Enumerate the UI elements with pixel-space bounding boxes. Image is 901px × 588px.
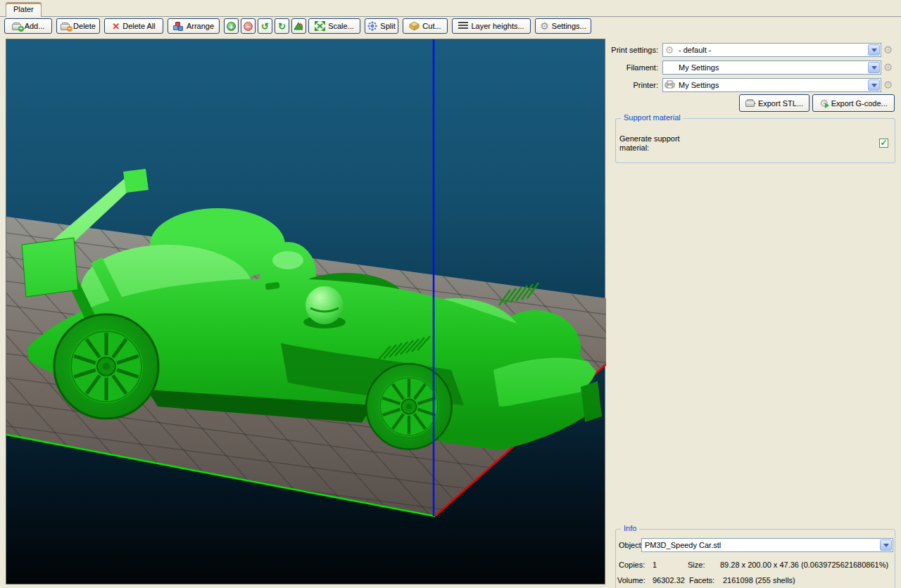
volume-value: 96302.32 [653, 576, 685, 584]
filament-value: My Settings [676, 63, 867, 72]
gear-icon: ⚙ [663, 45, 676, 55]
printer-gear-icon[interactable]: ⚙ [883, 79, 893, 91]
print-settings-combo[interactable]: ⚙ - default - [662, 43, 881, 57]
add-label: Add... [25, 22, 45, 30]
filament-combo[interactable]: My Settings [662, 60, 881, 75]
settings-label: Settings... [552, 22, 586, 30]
arrange-button[interactable]: Arrange [168, 18, 220, 34]
split-button[interactable]: Split [365, 18, 398, 34]
export-gcode-label: Export G-code... [831, 99, 888, 108]
delete-label: Delete [73, 22, 96, 30]
brick-minus-icon: − [61, 23, 70, 30]
rear-wheel [54, 314, 158, 418]
orientation-flag-icon [294, 21, 304, 31]
facets-label: Facets: [689, 576, 714, 584]
scale-label: Scale... [328, 22, 354, 30]
scale-button[interactable]: Scale... [308, 18, 360, 34]
arrange-label: Arrange [187, 22, 214, 30]
layer-heights-label: Layer heights... [471, 22, 524, 30]
support-material-title: Support material [621, 113, 683, 122]
decrease-copies-button[interactable]: − [241, 18, 256, 34]
export-gcode-button[interactable]: ⚙ Export G-code... [812, 94, 895, 112]
layer-heights-button[interactable]: Layer heights... [452, 18, 531, 34]
increase-copies-button[interactable]: + [224, 18, 239, 34]
split-dots-icon [367, 21, 377, 31]
filament-label: Filament: [603, 63, 658, 72]
printer-value: My Settings [676, 81, 867, 89]
scale-arrows-icon [315, 21, 325, 31]
support-material-group: Support material Generate support materi… [615, 118, 895, 163]
add-button[interactable]: + Add... [4, 18, 52, 34]
generate-support-checkbox[interactable]: ✓ [879, 139, 888, 148]
rotate-cw-button[interactable]: ↻ [275, 18, 289, 34]
info-title: Info [621, 524, 639, 532]
copies-label: Copies: [619, 561, 645, 569]
volume-label: Volume: [617, 576, 645, 584]
tab-plater-label: Plater [13, 5, 34, 13]
cut-button[interactable]: Cut... [403, 18, 448, 34]
size-label: Size: [688, 561, 705, 569]
plus-circle-icon: + [227, 22, 236, 31]
object-label: Object: [619, 541, 643, 549]
layers-icon [458, 22, 468, 30]
slic3r-plater-window: { "tab": { "label": "Plater" }, "toolbar… [0, 0, 901, 588]
object-combo[interactable]: PM3D_Speedy Car.stl [641, 538, 893, 552]
export-stl-label: Export STL... [758, 99, 803, 108]
copies-value: 1 [653, 561, 657, 569]
export-stl-button[interactable]: Export STL... [739, 94, 809, 112]
minus-circle-icon: − [244, 22, 253, 31]
print-settings-label: Print settings: [603, 46, 658, 54]
split-label: Split [380, 22, 395, 30]
print-settings-gear-icon[interactable]: ⚙ [883, 44, 893, 56]
delete-all-label: Delete All [122, 22, 155, 30]
cut-box-icon [409, 21, 420, 31]
export-stl-icon [745, 99, 755, 107]
red-x-icon: ✕ [112, 21, 120, 32]
print-settings-value: - default - [676, 46, 867, 54]
delete-all-button[interactable]: ✕ Delete All [104, 18, 163, 34]
change-orientation-button[interactable] [291, 18, 306, 34]
printer-label: Printer: [603, 81, 658, 89]
tab-strip: Plater [0, 0, 901, 17]
front-wheel [366, 364, 451, 449]
toolbar: + Add... − Delete ✕ Delete All Arrange +… [0, 18, 901, 36]
facets-value: 2161098 (255 shells) [723, 576, 795, 584]
size-value: 89.28 x 200.00 x 47.36 (0.06397256216808… [720, 561, 888, 569]
rotate-ccw-icon: ↺ [261, 22, 269, 31]
dropdown-arrow[interactable] [880, 539, 892, 551]
filament-gear-icon[interactable]: ⚙ [883, 61, 893, 74]
printer-combo[interactable]: My Settings [662, 78, 881, 92]
settings-button[interactable]: ⚙ Settings... [535, 18, 591, 34]
brick-plus-icon: + [12, 23, 22, 30]
dropdown-arrow[interactable] [868, 44, 880, 56]
printer-icon [663, 80, 676, 90]
cut-label: Cut... [422, 22, 441, 30]
delete-button[interactable]: − Delete [56, 18, 100, 34]
cubes-icon [173, 22, 184, 31]
info-group: Info Object: PM3D_Speedy Car.stl Copies:… [615, 529, 895, 588]
plater-scene [6, 39, 606, 585]
dropdown-arrow[interactable] [868, 62, 880, 73]
plater-3d-viewport[interactable] [6, 39, 605, 584]
tab-plater[interactable]: Plater [6, 2, 42, 17]
driver-helmet [305, 286, 344, 324]
rotate-ccw-button[interactable]: ↺ [258, 18, 272, 34]
rotate-cw-icon: ↻ [278, 22, 286, 31]
gear-icon: ⚙ [540, 21, 549, 31]
dropdown-arrow[interactable] [868, 79, 880, 91]
generate-support-label: Generate support material: [619, 134, 700, 153]
object-value: PM3D_Speedy Car.stl [642, 541, 879, 549]
